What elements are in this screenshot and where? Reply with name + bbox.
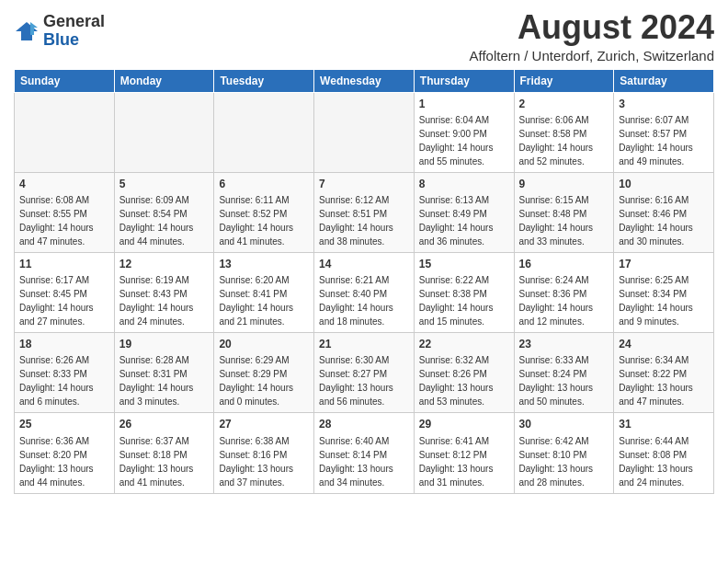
day-info: Sunrise: 6:40 AM Sunset: 8:14 PM Dayligh… (319, 436, 393, 488)
day-number: 23 (519, 337, 609, 351)
day-info: Sunrise: 6:19 AM Sunset: 8:43 PM Dayligh… (119, 275, 194, 327)
table-row: 8Sunrise: 6:13 AM Sunset: 8:49 PM Daylig… (414, 172, 514, 252)
day-info: Sunrise: 6:38 AM Sunset: 8:16 PM Dayligh… (219, 436, 293, 488)
day-info: Sunrise: 6:04 AM Sunset: 9:00 PM Dayligh… (419, 115, 494, 167)
day-info: Sunrise: 6:30 AM Sunset: 8:27 PM Dayligh… (319, 355, 393, 407)
table-row: 7Sunrise: 6:12 AM Sunset: 8:51 PM Daylig… (314, 172, 415, 252)
day-info: Sunrise: 6:33 AM Sunset: 8:24 PM Dayligh… (519, 355, 594, 407)
day-number: 10 (619, 177, 709, 191)
day-number: 20 (219, 337, 309, 351)
header-tuesday: Tuesday (214, 69, 314, 92)
table-row: 29Sunrise: 6:41 AM Sunset: 8:12 PM Dayli… (414, 413, 514, 493)
day-number: 6 (219, 177, 309, 191)
header-wednesday: Wednesday (314, 69, 415, 92)
table-row: 30Sunrise: 6:42 AM Sunset: 8:10 PM Dayli… (514, 413, 614, 493)
day-info: Sunrise: 6:29 AM Sunset: 8:29 PM Dayligh… (219, 355, 293, 407)
day-number: 24 (619, 337, 709, 351)
calendar-week-3: 11Sunrise: 6:17 AM Sunset: 8:45 PM Dayli… (15, 252, 714, 332)
table-row: 21Sunrise: 6:30 AM Sunset: 8:27 PM Dayli… (314, 333, 415, 413)
day-info: Sunrise: 6:08 AM Sunset: 8:55 PM Dayligh… (19, 195, 94, 247)
logo-icon (14, 18, 40, 44)
day-info: Sunrise: 6:06 AM Sunset: 8:58 PM Dayligh… (519, 115, 594, 167)
table-row (214, 92, 314, 172)
header-thursday: Thursday (414, 69, 514, 92)
header-friday: Friday (514, 69, 614, 92)
header: General Blue August 2024 Affoltern / Unt… (14, 9, 714, 63)
header-monday: Monday (114, 69, 214, 92)
day-number: 29 (419, 417, 509, 431)
table-row (314, 92, 415, 172)
table-row: 5Sunrise: 6:09 AM Sunset: 8:54 PM Daylig… (114, 172, 214, 252)
table-row: 3Sunrise: 6:07 AM Sunset: 8:57 PM Daylig… (614, 92, 714, 172)
table-row: 1Sunrise: 6:04 AM Sunset: 9:00 PM Daylig… (414, 92, 514, 172)
day-number: 11 (19, 257, 109, 271)
day-number: 30 (519, 417, 609, 431)
day-number: 19 (119, 337, 210, 351)
table-row: 20Sunrise: 6:29 AM Sunset: 8:29 PM Dayli… (214, 333, 314, 413)
day-info: Sunrise: 6:11 AM Sunset: 8:52 PM Dayligh… (219, 195, 293, 247)
table-row: 9Sunrise: 6:15 AM Sunset: 8:48 PM Daylig… (514, 172, 614, 252)
table-row: 4Sunrise: 6:08 AM Sunset: 8:55 PM Daylig… (15, 172, 115, 252)
table-row: 25Sunrise: 6:36 AM Sunset: 8:20 PM Dayli… (15, 413, 115, 493)
day-info: Sunrise: 6:22 AM Sunset: 8:38 PM Dayligh… (419, 275, 494, 327)
day-info: Sunrise: 6:12 AM Sunset: 8:51 PM Dayligh… (319, 195, 393, 247)
table-row: 28Sunrise: 6:40 AM Sunset: 8:14 PM Dayli… (314, 413, 415, 493)
table-row: 19Sunrise: 6:28 AM Sunset: 8:31 PM Dayli… (114, 333, 214, 413)
table-row: 12Sunrise: 6:19 AM Sunset: 8:43 PM Dayli… (114, 252, 214, 332)
table-row: 18Sunrise: 6:26 AM Sunset: 8:33 PM Dayli… (15, 333, 115, 413)
day-number: 15 (419, 257, 509, 271)
day-info: Sunrise: 6:09 AM Sunset: 8:54 PM Dayligh… (119, 195, 194, 247)
logo-general-text: General (43, 13, 105, 31)
day-info: Sunrise: 6:41 AM Sunset: 8:12 PM Dayligh… (419, 436, 494, 488)
calendar-week-1: 1Sunrise: 6:04 AM Sunset: 9:00 PM Daylig… (15, 92, 714, 172)
day-info: Sunrise: 6:37 AM Sunset: 8:18 PM Dayligh… (119, 436, 194, 488)
day-number: 27 (219, 417, 309, 431)
day-info: Sunrise: 6:26 AM Sunset: 8:33 PM Dayligh… (19, 355, 94, 407)
day-number: 1 (419, 97, 509, 111)
day-number: 26 (119, 417, 210, 431)
calendar-week-4: 18Sunrise: 6:26 AM Sunset: 8:33 PM Dayli… (15, 333, 714, 413)
day-info: Sunrise: 6:13 AM Sunset: 8:49 PM Dayligh… (419, 195, 494, 247)
day-number: 7 (319, 177, 409, 191)
day-info: Sunrise: 6:25 AM Sunset: 8:34 PM Dayligh… (619, 275, 693, 327)
day-info: Sunrise: 6:24 AM Sunset: 8:36 PM Dayligh… (519, 275, 594, 327)
table-row (15, 92, 115, 172)
day-number: 4 (19, 177, 109, 191)
logo-blue-text: Blue (43, 31, 105, 50)
day-info: Sunrise: 6:28 AM Sunset: 8:31 PM Dayligh… (119, 355, 194, 407)
page-container: General Blue August 2024 Affoltern / Unt… (0, 0, 728, 501)
table-row: 10Sunrise: 6:16 AM Sunset: 8:46 PM Dayli… (614, 172, 714, 252)
table-row: 2Sunrise: 6:06 AM Sunset: 8:58 PM Daylig… (514, 92, 614, 172)
table-row: 22Sunrise: 6:32 AM Sunset: 8:26 PM Dayli… (414, 333, 514, 413)
day-info: Sunrise: 6:42 AM Sunset: 8:10 PM Dayligh… (519, 436, 594, 488)
table-row: 24Sunrise: 6:34 AM Sunset: 8:22 PM Dayli… (614, 333, 714, 413)
day-number: 5 (119, 177, 210, 191)
logo-text: General Blue (43, 13, 105, 50)
day-number: 21 (319, 337, 409, 351)
header-sunday: Sunday (15, 69, 115, 92)
day-number: 13 (219, 257, 309, 271)
day-number: 25 (19, 417, 109, 431)
day-info: Sunrise: 6:15 AM Sunset: 8:48 PM Dayligh… (519, 195, 594, 247)
day-info: Sunrise: 6:17 AM Sunset: 8:45 PM Dayligh… (19, 275, 94, 327)
table-row (114, 92, 214, 172)
day-number: 31 (619, 417, 709, 431)
location-title: Affoltern / Unterdorf, Zurich, Switzerla… (470, 48, 715, 63)
logo: General Blue (14, 13, 105, 50)
table-row: 16Sunrise: 6:24 AM Sunset: 8:36 PM Dayli… (514, 252, 614, 332)
table-row: 23Sunrise: 6:33 AM Sunset: 8:24 PM Dayli… (514, 333, 614, 413)
day-info: Sunrise: 6:20 AM Sunset: 8:41 PM Dayligh… (219, 275, 293, 327)
day-info: Sunrise: 6:34 AM Sunset: 8:22 PM Dayligh… (619, 355, 693, 407)
day-number: 17 (619, 257, 709, 271)
table-row: 14Sunrise: 6:21 AM Sunset: 8:40 PM Dayli… (314, 252, 415, 332)
calendar-table: Sunday Monday Tuesday Wednesday Thursday… (14, 69, 714, 494)
table-row: 27Sunrise: 6:38 AM Sunset: 8:16 PM Dayli… (214, 413, 314, 493)
day-info: Sunrise: 6:21 AM Sunset: 8:40 PM Dayligh… (319, 275, 393, 327)
day-number: 2 (519, 97, 609, 111)
table-row: 15Sunrise: 6:22 AM Sunset: 8:38 PM Dayli… (414, 252, 514, 332)
day-info: Sunrise: 6:16 AM Sunset: 8:46 PM Dayligh… (619, 195, 693, 247)
day-number: 16 (519, 257, 609, 271)
table-row: 31Sunrise: 6:44 AM Sunset: 8:08 PM Dayli… (614, 413, 714, 493)
day-info: Sunrise: 6:44 AM Sunset: 8:08 PM Dayligh… (619, 436, 693, 488)
calendar-header-row: Sunday Monday Tuesday Wednesday Thursday… (15, 69, 714, 92)
